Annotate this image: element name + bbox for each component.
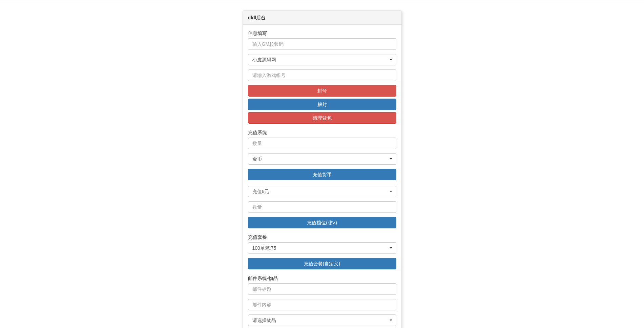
recharge-currency-button[interactable]: 充值货币 (248, 169, 396, 180)
recharge-section-label: 充值系统 (248, 129, 396, 136)
clear-bag-button[interactable]: 清理背包 (248, 112, 396, 124)
mail-section-label: 邮件系统-物品 (248, 275, 396, 282)
mail-content-input[interactable] (248, 299, 396, 310)
game-account-input[interactable] (248, 69, 396, 81)
server-select-wrapper[interactable]: 小皮源码网 (248, 54, 396, 65)
tier-select[interactable]: 充值6元 (248, 186, 396, 197)
package-section-label: 充值套餐 (248, 234, 396, 241)
package-select-wrapper[interactable]: 100单笔:75 (248, 242, 396, 254)
mail-item-select[interactable]: 请选择物品 (248, 314, 396, 326)
currency-select[interactable]: 金币 (248, 153, 396, 165)
mail-item-select-wrapper[interactable]: 请选择物品 (248, 314, 396, 326)
currency-select-wrapper[interactable]: 金币 (248, 153, 396, 165)
recharge-quantity-input[interactable] (248, 138, 396, 149)
panel-body: 信息填写 小皮源码网 封号 解封 清理背包 充值系统 金币 (243, 25, 401, 328)
info-section-label: 信息填写 (248, 30, 396, 37)
server-select[interactable]: 小皮源码网 (248, 54, 396, 65)
unban-button[interactable]: 解封 (248, 99, 396, 110)
ban-button[interactable]: 封号 (248, 85, 396, 97)
tier-quantity-input[interactable] (248, 201, 396, 213)
mail-title-input[interactable] (248, 283, 396, 295)
top-divider (0, 0, 644, 0)
main-container: dldl后台 信息填写 小皮源码网 封号 解封 清理背包 充值系统 (239, 11, 405, 328)
tier-select-wrapper[interactable]: 充值6元 (248, 186, 396, 197)
panel-title: dldl后台 (243, 11, 401, 25)
gm-code-input[interactable] (248, 38, 396, 50)
recharge-package-button[interactable]: 充值套餐(自定义) (248, 258, 396, 269)
recharge-tier-button[interactable]: 充值档位(涨V) (248, 217, 396, 228)
package-select[interactable]: 100单笔:75 (248, 242, 396, 254)
admin-panel: dldl后台 信息填写 小皮源码网 封号 解封 清理背包 充值系统 (243, 11, 402, 328)
